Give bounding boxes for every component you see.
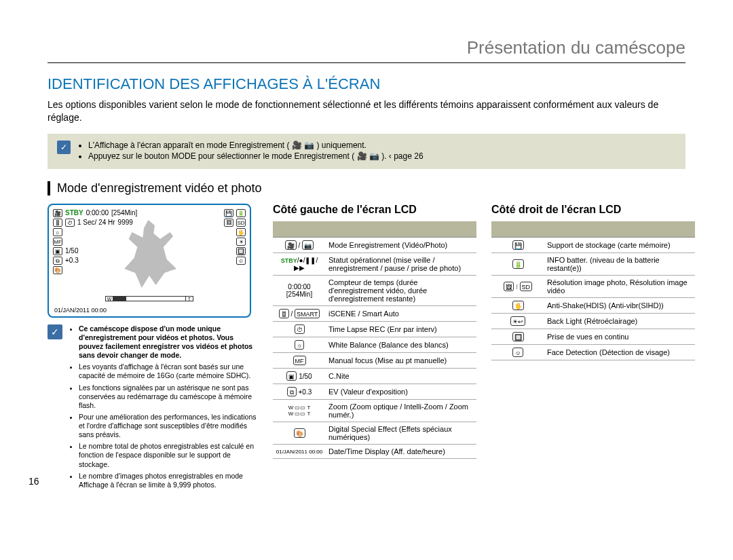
section-title: IDENTIFICATION DES AFFICHAGES À L'ÉCRAN — [48, 75, 685, 93]
subsection-title: Mode d'enregistrement vidéo et photo — [48, 181, 685, 195]
lcd-preview: 🎥 STBY 0:00:00 [254Min] 💾 🔋 🎛 ⏱ 1 Sec/ — [48, 204, 251, 318]
column-heading-left: Côté gauche de l'écran LCD — [273, 204, 476, 216]
timelapse-icon: ⏱ — [65, 219, 75, 227]
status-stby: STBY — [65, 209, 83, 217]
table-row: ⏱Time Lapse REC (Enr par interv) — [273, 322, 476, 337]
list-item: Ce caméscope dispose d'un mode unique d'… — [79, 324, 258, 360]
table-row: ▣ 1/50C.Nite — [273, 369, 476, 384]
table-row: 🖐Anti-Shake(HDIS) (Anti-vibr(SIHD)) — [491, 298, 695, 314]
face-icon: ☺ — [236, 257, 246, 265]
page-header-title: Présentation du caméscope — [48, 37, 685, 63]
table-row: 🎛 / SMARTiSCENE / Smart Auto — [273, 306, 476, 322]
list-item: Le nombre total de photos enregistrables… — [79, 442, 258, 468]
lcd-datetime: 01/JAN/2011 00:00 — [54, 307, 107, 314]
effect-icon: 🎨 — [53, 266, 62, 274]
list-item: Pour une amélioration des performances, … — [79, 413, 258, 439]
table-row: 🔋INFO batter. (niveau de la batterie res… — [491, 253, 695, 276]
column-heading-right: Côté droit de l'écran LCD — [491, 204, 695, 216]
intro-paragraph: Les options disponibles varient selon le… — [48, 98, 685, 124]
backlight-icon: ☀ — [236, 238, 246, 246]
table-row: 🖼 ⁝ SDRésolution image photo, Résolution… — [491, 276, 695, 298]
cnite-value: 1/50 — [65, 247, 78, 255]
table-row: 💾Support de stockage (carte mémoire) — [491, 238, 695, 253]
photo-res-icon: 🖼 — [224, 219, 233, 227]
note-box: ✓ L'Affichage à l'écran apparaît en mode… — [48, 134, 685, 169]
table-row: ☺Face Detection (Détection de visage) — [491, 345, 695, 360]
table-row: 🎥 / 📷Mode Enregistrement (Vidéo/Photo) — [273, 238, 476, 253]
table-row: 🎨Digital Special Effect (Effets spéciaux… — [273, 422, 476, 445]
table-row: 01/JAN/2011 00:00Date/Time Display (Aff.… — [273, 445, 476, 459]
video-res-icon: SD — [236, 219, 246, 227]
table-row: STBY/●/❚❚/▶▶Statut opérationnel (mise ve… — [273, 253, 476, 276]
lcd-remaining: [254Min] — [111, 209, 137, 217]
note-item: Appuyez sur le bouton MODE pour sélectio… — [88, 151, 424, 161]
list-item: Le nombre d'images photos enregistrables… — [79, 472, 258, 489]
wb-icon: ☼ — [53, 228, 62, 236]
ev-icon: ⧉ — [53, 257, 62, 265]
ev-value: +0.3 — [65, 257, 79, 264]
table-row: 🔲Prise de vues en continu — [491, 329, 695, 345]
list-item: Les voyants d'affichage à l'écran sont b… — [79, 362, 258, 380]
table-row: ☀↩Back Light (Rétroéclairage) — [491, 314, 695, 329]
antishake-icon: 🖐 — [236, 228, 246, 236]
mf-icon: MF — [53, 238, 62, 246]
iscene-icon: 🎛 — [53, 219, 62, 227]
cnite-icon: ▣ — [53, 247, 62, 255]
record-mode-icon: 🎥 — [53, 209, 62, 217]
left-osd-table: 🎥 / 📷Mode Enregistrement (Vidéo/Photo) S… — [273, 221, 476, 460]
continuous-icon: 🔲 — [236, 247, 246, 255]
note-icon: ✓ — [48, 324, 62, 339]
timelapse-value: 1 Sec/ 24 Hr — [77, 219, 115, 226]
note-icon: ✓ — [57, 141, 71, 154]
list-item: Les fonctions signalées par un astérisqu… — [79, 384, 258, 410]
note-item: L'Affichage à l'écran apparaît en mode E… — [88, 141, 424, 150]
right-osd-table: 💾Support de stockage (carte mémoire) 🔋IN… — [491, 221, 695, 361]
photo-count: 9999 — [118, 219, 133, 226]
storage-icon: 💾 — [224, 209, 233, 217]
table-row: ⧉ +0.3EV (Valeur d'exposition) — [273, 384, 476, 400]
battery-icon: 🔋 — [236, 209, 246, 217]
page-number: 16 — [29, 476, 39, 487]
table-row: W ▭▭ TW ▭▭ TZoom (Zoom optique / Intelli… — [273, 400, 476, 422]
left-notes: ✓ Ce caméscope dispose d'un mode unique … — [48, 324, 258, 492]
lcd-counter: 0:00:00 — [86, 209, 109, 217]
table-row: ☼White Balance (Balance des blancs) — [273, 337, 476, 353]
table-row: MFManual focus (Mise au pt manuelle) — [273, 353, 476, 369]
zoom-bar: WT — [105, 296, 193, 301]
table-row: 0:00:00 [254Min]Compteur de temps (durée… — [273, 276, 476, 306]
